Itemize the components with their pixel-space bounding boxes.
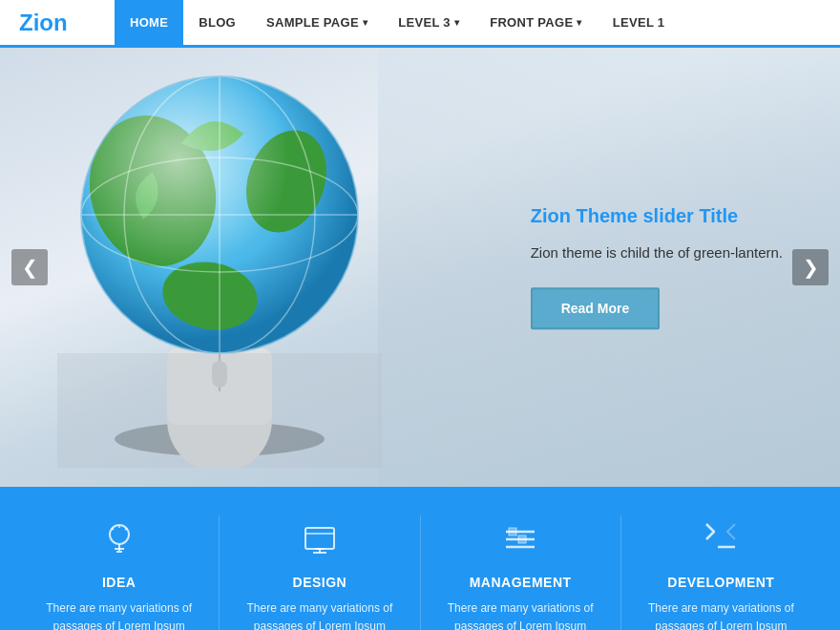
slider-prev-button[interactable]: ❮ (11, 249, 48, 285)
feature-title-1: DESIGN (293, 575, 347, 590)
site-header: Zion HOMEBLOGSAMPLE PAGE ▾LEVEL 3 ▾FRONT… (0, 0, 840, 48)
site-logo: Zion (19, 10, 95, 36)
nav-dropdown-arrow: ▾ (577, 17, 581, 28)
design-icon (296, 515, 344, 563)
hero-globe-image (57, 67, 382, 468)
idea-icon (95, 515, 143, 563)
svg-rect-17 (57, 353, 382, 468)
nav-item-home[interactable]: HOME (115, 0, 183, 47)
nav-item-front-page[interactable]: FRONT PAGE ▾ (474, 0, 598, 47)
hero-slider: Zion Theme slider Title Zion theme is ch… (0, 48, 840, 487)
feature-desc-3: There are many variations of passages of… (636, 599, 807, 630)
features-section: IDEAThere are many variations of passage… (0, 487, 840, 630)
hero-title: Zion Theme slider Title (531, 205, 783, 227)
hero-description: Zion theme is child the of green-lantern… (531, 242, 783, 264)
feature-title-3: DEVELOPMENT (667, 575, 774, 590)
slider-next-button[interactable]: ❯ (792, 249, 829, 285)
feature-item-development: DEVELOPMENTThere are many variations of … (621, 515, 821, 630)
svg-point-15 (81, 76, 358, 353)
feature-desc-0: There are many variations of passages of… (33, 599, 204, 630)
nav-item-sample-page[interactable]: SAMPLE PAGE ▾ (251, 0, 383, 47)
nav-item-blog[interactable]: BLOG (183, 0, 251, 47)
svg-rect-34 (518, 536, 526, 543)
svg-rect-25 (305, 528, 334, 549)
management-icon (496, 515, 544, 563)
feature-desc-2: There are many variations of passages of… (435, 599, 606, 630)
feature-title-2: MANAGEMENT (470, 575, 572, 590)
feature-item-idea: IDEAThere are many variations of passage… (19, 515, 220, 630)
hero-content: Zion Theme slider Title Zion theme is ch… (531, 205, 783, 329)
feature-desc-1: There are many variations of passages of… (234, 599, 405, 630)
development-icon (697, 515, 745, 563)
nav-dropdown-arrow: ▾ (363, 17, 368, 28)
main-nav: HOMEBLOGSAMPLE PAGE ▾LEVEL 3 ▾FRONT PAGE… (115, 0, 680, 45)
feature-title-0: IDEA (102, 575, 136, 590)
feature-item-design: DESIGNThere are many variations of passa… (220, 515, 420, 630)
nav-item-level-1[interactable]: LEVEL 1 (598, 0, 681, 47)
nav-item-level-3[interactable]: LEVEL 3 ▾ (383, 0, 474, 47)
svg-rect-33 (509, 528, 516, 536)
nav-dropdown-arrow: ▾ (454, 17, 459, 28)
read-more-button[interactable]: Read More (531, 287, 661, 329)
feature-item-management: MANAGEMENTThere are many variations of p… (421, 515, 621, 630)
